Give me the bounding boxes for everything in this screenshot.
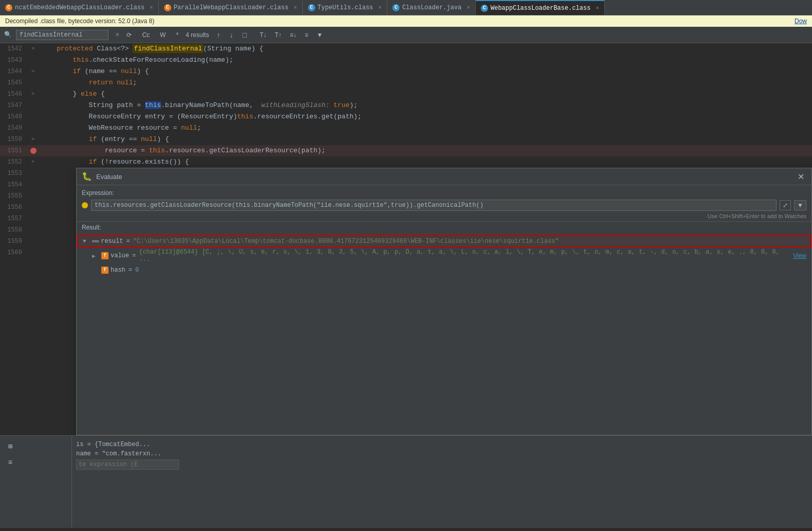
- gutter-1557: [28, 213, 39, 224]
- result-infinity-icon: ∞∞: [92, 238, 99, 244]
- bottom-list-icon[interactable]: ≡: [4, 456, 16, 469]
- line-num-1552: 1552: [0, 156, 28, 168]
- bookmark-arrow-1552: ⊳: [32, 156, 35, 168]
- search-lens-icon: 🔍: [4, 31, 12, 39]
- search-extra-btn3[interactable]: ≡↓: [287, 30, 300, 40]
- search-bar: 🔍 × ⟳ Cc W * 4 results ↑ ↓ □ T↓ T↑ ≡↓ ≡ …: [0, 27, 812, 43]
- tab-icon-4: C: [392, 4, 400, 11]
- expression-expand-button[interactable]: ⤢: [780, 200, 791, 210]
- expression-dot: [82, 202, 88, 208]
- tab-close-1[interactable]: ×: [150, 5, 153, 11]
- search-cc-button[interactable]: Cc: [139, 30, 153, 40]
- code-line-1550: 1550 ⊳ if (entry == null) {: [0, 134, 812, 145]
- bottom-var-row-1: is = {TomcatEmbed...: [76, 440, 808, 449]
- search-nav-buttons: ↑ ↓ □: [213, 29, 250, 41]
- result-main-row: ▼ ∞∞ result = "C:\Users\13035\AppData\Lo…: [77, 235, 811, 247]
- line-num-1559: 1559: [0, 236, 28, 247]
- code-content-1549: WebResource resource = null;: [39, 122, 812, 134]
- code-content-1550: if (entry == null) {: [39, 134, 812, 145]
- line-num-1542: 1542: [0, 43, 28, 55]
- expression-row: ⤢ ▼: [77, 199, 811, 212]
- info-bar-link[interactable]: Dow: [795, 17, 807, 25]
- gutter-1560: [28, 247, 39, 258]
- hash-name: hash: [111, 267, 125, 274]
- expression-label: Expression:: [77, 185, 811, 199]
- dialog-close-button[interactable]: ✕: [796, 172, 806, 182]
- gutter-1552: ⊳: [28, 156, 39, 168]
- line-num-1557: 1557: [0, 213, 28, 224]
- gutter-1558: [28, 224, 39, 236]
- code-editor[interactable]: 1542 ⊳ protected Class<?> findClassInter…: [0, 43, 812, 435]
- bottom-expression-input[interactable]: [76, 459, 179, 470]
- result-expand-arrow[interactable]: ▼: [83, 238, 90, 244]
- value-expand-arrow[interactable]: ▶: [92, 253, 99, 259]
- code-content-1543: this.checkStateForResourceLoading(name);: [39, 55, 812, 66]
- code-line-1545: 1545 return null;: [0, 77, 812, 88]
- result-value-row: ▶ f value = {char[113]@6544} [C, ;, \, U…: [77, 247, 811, 264]
- tab-close-4[interactable]: ×: [466, 5, 470, 11]
- search-regex-button[interactable]: ⟳: [123, 30, 135, 40]
- breakpoint-1551[interactable]: [30, 148, 37, 154]
- line-num-1547: 1547: [0, 100, 28, 111]
- hash-value: 0: [135, 267, 139, 274]
- bottom-var-row-expression: [76, 458, 808, 471]
- tab-close-3[interactable]: ×: [378, 5, 382, 11]
- code-line-1548: 1548 ResourceEntry entry = (ResourceEntr…: [0, 111, 812, 122]
- field-icon-value: f: [101, 252, 109, 259]
- tab-webappclassloaderbase[interactable]: C WebappClassLoaderBase.class ×: [476, 0, 605, 15]
- value-name: value: [111, 252, 129, 259]
- tab-typeutils[interactable]: C TypeUtils.class ×: [303, 0, 388, 15]
- search-filter-button[interactable]: ▼: [314, 30, 326, 40]
- line-num-1560: 1560: [0, 247, 28, 258]
- expression-dropdown-button[interactable]: ▼: [794, 200, 806, 210]
- line-num-1544: 1544: [0, 66, 28, 77]
- tab-icon-1: C: [5, 4, 12, 11]
- line-num-1545: 1545: [0, 77, 28, 88]
- tab-classloader[interactable]: C ClassLoader.java ×: [387, 0, 476, 15]
- tab-close-2[interactable]: ×: [294, 5, 297, 11]
- field-icon-hash: f: [101, 267, 109, 274]
- tab-label-1: ncatEmbeddedWebappClassLoader.class: [15, 4, 145, 11]
- search-star-button[interactable]: *: [173, 30, 182, 40]
- bottom-table-icon[interactable]: ⊞: [4, 440, 16, 452]
- search-word-button[interactable]: W: [157, 30, 169, 40]
- line-num-1556: 1556: [0, 202, 28, 213]
- tab-parallelwebappclassloader[interactable]: C ParallelWebappClassLoader.class ×: [159, 0, 303, 15]
- tab-ncatembeddedwebappclassloader[interactable]: C ncatEmbeddedWebappClassLoader.class ×: [0, 0, 159, 15]
- gutter-1543: [28, 55, 39, 66]
- code-line-1543: 1543 this.checkStateForResourceLoading(n…: [0, 55, 812, 66]
- tab-label-4: ClassLoader.java: [402, 4, 461, 11]
- gutter-1553: [28, 168, 39, 179]
- line-num-1553: 1553: [0, 168, 28, 179]
- gutter-1551: [28, 145, 39, 156]
- view-link[interactable]: View: [793, 252, 806, 259]
- gutter-1545: [28, 77, 39, 88]
- code-content-1547: String path = this.binaryNameToPath(name…: [39, 100, 812, 111]
- gutter-1546: ⊳: [28, 88, 39, 100]
- bookmark-arrow-1542: ⊳: [32, 43, 35, 55]
- line-num-1555: 1555: [0, 190, 28, 202]
- search-input[interactable]: [16, 30, 109, 40]
- code-content-1552: if (!resource.exists()) {: [39, 156, 812, 168]
- code-content-1542: protected Class<?> findClassInternal(Str…: [39, 43, 812, 55]
- result-value-string: "C:\Users\13035\AppData\Local\Temp\tomca…: [133, 238, 559, 245]
- search-extra-btn2[interactable]: T↑: [272, 30, 284, 40]
- gutter-1554: [28, 179, 39, 190]
- code-line-1542: 1542 ⊳ protected Class<?> findClassInter…: [0, 43, 812, 55]
- dialog-title: Evaluate: [96, 173, 791, 181]
- search-results-count: 4 results: [186, 31, 209, 39]
- code-content-1548: ResourceEntry entry = (ResourceEntry)thi…: [39, 111, 812, 122]
- search-clear-icon[interactable]: ×: [115, 31, 119, 39]
- gutter-1556: [28, 202, 39, 213]
- search-extra-btn1[interactable]: T↓: [257, 30, 269, 40]
- tab-close-5[interactable]: ×: [596, 5, 599, 11]
- expression-input[interactable]: [91, 200, 777, 211]
- value-content: {char[113]@6544} [C, ;, \, U, s, e, r, s…: [139, 249, 791, 263]
- search-extra-btn4[interactable]: ≡: [302, 30, 312, 40]
- search-next-button[interactable]: ↓: [226, 29, 237, 41]
- code-line-1551: 1551 resource = this.resources.getClassL…: [0, 145, 812, 156]
- search-rect-button[interactable]: □: [239, 29, 250, 41]
- search-prev-button[interactable]: ↑: [213, 29, 224, 41]
- result-name: result: [101, 238, 123, 245]
- tab-label-3: TypeUtils.class: [318, 4, 373, 11]
